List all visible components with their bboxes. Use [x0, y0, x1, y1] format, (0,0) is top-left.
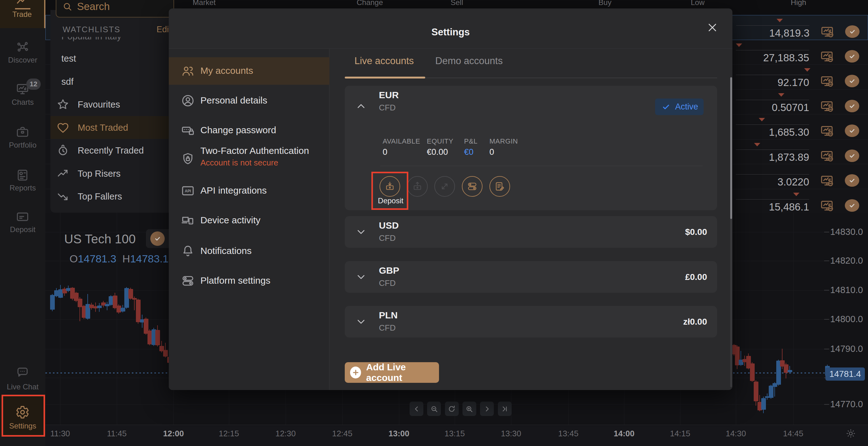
price-down-triangle-icon: [793, 193, 799, 196]
chevron-down-icon[interactable]: [355, 271, 367, 283]
chart-instrument-title: US Tech 100: [64, 232, 135, 246]
recent-icon: [56, 144, 69, 157]
check-circle-icon[interactable]: [845, 199, 859, 212]
zoom-in-button[interactable]: [463, 402, 476, 416]
price-axis-label: 14770.0: [820, 399, 863, 409]
chart-display-settings-button[interactable]: [845, 428, 857, 439]
users-icon: [181, 64, 195, 78]
account-action-withdraw-box[interactable]: [407, 176, 428, 197]
chevron-right-button[interactable]: [480, 402, 494, 416]
price-down-triangle-icon: [777, 19, 783, 22]
sidebar-item-label: Reports: [0, 183, 45, 192]
settings-menu-two-factor-authentication[interactable]: Two-Factor AuthenticationAccount is not …: [169, 145, 330, 173]
check-circle-icon[interactable]: [845, 75, 859, 87]
price-axis-label: 14790.0: [820, 344, 863, 354]
chevron-up-icon[interactable]: [355, 100, 367, 112]
open-value: 14781.3: [78, 253, 116, 265]
sidebar-item-deposit[interactable]: Deposit: [0, 209, 45, 235]
open-chart-button[interactable]: [820, 174, 834, 188]
check-circle-icon[interactable]: [845, 174, 859, 187]
open-chart-button[interactable]: [820, 74, 834, 89]
open-chart-button[interactable]: [820, 49, 834, 64]
sidebar-item-charts[interactable]: 12 Charts: [0, 81, 45, 108]
sidebar-item-live-chat[interactable]: Live Chat: [0, 364, 45, 392]
account-action-edit-note[interactable]: [489, 176, 510, 197]
modal-scrollbar-thumb[interactable]: [730, 77, 732, 219]
candle-body: [136, 300, 141, 322]
close-icon[interactable]: [705, 20, 720, 35]
deposit-card-icon: [16, 210, 29, 224]
menu-item-label: My accounts: [200, 65, 253, 76]
time-axis-label: 11:30: [43, 429, 78, 439]
menu-item-label: Platform settings: [200, 275, 270, 286]
watchlist-item-most-traded[interactable]: Most Traded: [51, 116, 175, 139]
settings-menu-personal-details[interactable]: Personal details: [169, 87, 330, 114]
check-circle-icon[interactable]: [845, 50, 859, 63]
watchlist-partial-item[interactable]: Popular in Italy: [61, 37, 165, 42]
sidebar-item-portfolio[interactable]: Portfolio: [0, 124, 45, 151]
sidebar-item-label: Discover: [0, 56, 45, 64]
stat-value: €0.00: [427, 147, 448, 157]
watchlist-item-recently-traded[interactable]: Recently Traded: [51, 139, 175, 162]
account-currency: GBP: [379, 265, 399, 276]
watchlist-item-test[interactable]: test: [51, 47, 175, 70]
open-chart-button[interactable]: [820, 99, 834, 113]
instrument-check-icon[interactable]: [150, 232, 165, 246]
account-card-usd[interactable]: USD CFD $0.00: [345, 216, 717, 248]
account-action-transfer[interactable]: [434, 176, 455, 197]
settings-menu-api-integrations[interactable]: APIAPI integrations: [169, 177, 330, 205]
search-input[interactable]: [77, 1, 165, 12]
add-live-account-button[interactable]: Add Live account: [345, 362, 439, 383]
tab-demo-accounts[interactable]: Demo accounts: [435, 55, 503, 67]
check-circle-icon[interactable]: [845, 100, 859, 112]
open-chart-button[interactable]: [820, 149, 834, 163]
settings-menu-my-accounts[interactable]: My accounts: [169, 57, 330, 85]
sidebar-item-reports[interactable]: Reports: [0, 167, 45, 194]
search-bar[interactable]: [56, 0, 174, 18]
check-circle-icon[interactable]: [845, 125, 859, 137]
watchlist-item-label: Top Fallers: [78, 192, 122, 202]
open-chart-button[interactable]: [820, 25, 835, 39]
edit-note-icon: [494, 181, 505, 192]
settings-menu-notifications[interactable]: Notifications: [169, 237, 330, 265]
column-header-low: Low: [666, 0, 729, 7]
refresh-button[interactable]: [445, 402, 459, 416]
account-type: CFD: [379, 233, 396, 243]
account-action-toggles[interactable]: [462, 176, 483, 197]
stat-label: MARGIN: [489, 137, 518, 145]
account-card-pln[interactable]: PLN CFD zł0.00: [345, 306, 717, 338]
candle-body: [754, 382, 758, 401]
check-circle-icon[interactable]: [845, 149, 859, 162]
watchlist-item-sdf[interactable]: sdf: [51, 70, 175, 93]
chevron-down-icon[interactable]: [355, 226, 367, 238]
settings-menu-device-activity[interactable]: Device activity: [169, 207, 330, 234]
time-axis-label: 12:00: [156, 429, 191, 439]
sidebar-item-trade[interactable]: Trade: [0, 0, 45, 28]
open-chart-button[interactable]: [820, 199, 834, 213]
tab-live-accounts[interactable]: Live accounts: [354, 55, 414, 67]
sidebar-item-label: Trade: [0, 10, 44, 19]
time-axis-label: 12:45: [325, 429, 360, 439]
password-icon: [181, 124, 195, 137]
check-circle-icon[interactable]: [845, 25, 860, 38]
account-balance: £0.00: [685, 261, 707, 293]
current-price-badge: 14781.4: [826, 368, 865, 381]
watchlist-item-favourites[interactable]: Favourites: [51, 93, 175, 116]
sidebar-item-discover[interactable]: Discover: [0, 39, 45, 66]
watchlist-item-top-risers[interactable]: Top Risers: [51, 162, 175, 185]
open-chart-button[interactable]: [820, 124, 834, 138]
chevron-left-button[interactable]: [410, 402, 423, 416]
account-type: CFD: [379, 278, 396, 288]
settings-menu-change-password[interactable]: Change password: [169, 117, 330, 144]
skip-end-button[interactable]: [498, 402, 512, 416]
person-icon: [181, 94, 195, 108]
menu-item-label: Notifications: [200, 245, 251, 256]
time-axis-label: 14:00: [607, 429, 641, 439]
zoom-out-button[interactable]: [427, 402, 441, 416]
account-type: CFD: [379, 323, 396, 333]
chevron-down-icon[interactable]: [355, 316, 367, 328]
add-live-account-label: Add Live account: [366, 362, 439, 383]
account-card-gbp[interactable]: GBP CFD £0.00: [345, 261, 717, 293]
watchlist-item-top-fallers[interactable]: Top Fallers: [51, 185, 175, 208]
settings-menu-platform-settings[interactable]: Platform settings: [169, 267, 330, 295]
